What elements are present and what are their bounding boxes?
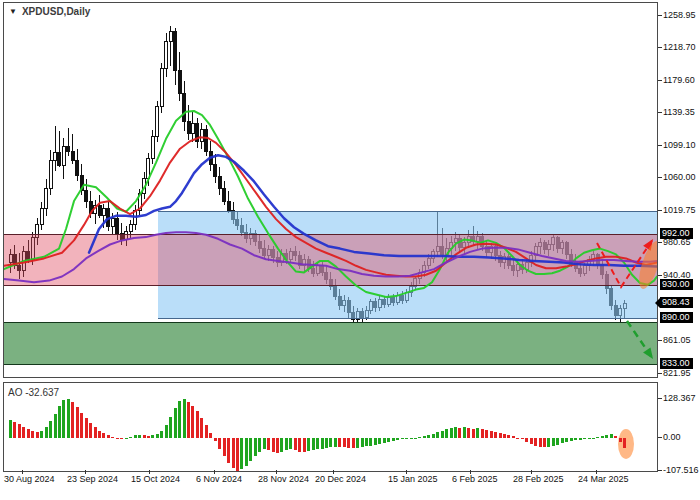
price-tick-mark	[658, 373, 662, 374]
ao-bar-down	[27, 429, 30, 438]
bear-candle	[214, 164, 217, 176]
ao-bar-up	[58, 406, 61, 438]
ao-bar-up	[423, 436, 426, 438]
ao-bar-up	[441, 431, 444, 439]
price-tick-mark	[658, 80, 662, 81]
level-price-label: 833.00	[660, 358, 693, 369]
ao-bar-down	[76, 407, 79, 438]
ao-bar-up	[583, 438, 586, 439]
ao-bar-down	[209, 433, 212, 438]
bear-candle	[218, 177, 221, 189]
ao-bar-up	[67, 399, 70, 438]
level-price-label: 930.00	[660, 279, 693, 290]
level-price-label: 992.00	[660, 228, 693, 239]
ao-histogram-canvas[interactable]	[4, 383, 657, 471]
date-tick-mark	[22, 470, 23, 474]
ao-indicator-pane[interactable]	[3, 382, 658, 472]
bear-candle	[187, 122, 190, 134]
ao-bar-down	[227, 438, 230, 463]
bull-candle	[151, 136, 154, 158]
ao-bar-down	[147, 436, 150, 438]
ao-bar-down	[80, 413, 83, 439]
bull-candle	[160, 68, 163, 107]
ao-bar-down	[494, 432, 497, 438]
ao-bar-up	[156, 434, 159, 438]
ao-bar-down	[298, 438, 301, 452]
ao-tick-label: -107.516	[663, 465, 700, 476]
ao-bar-down	[503, 434, 506, 438]
date-tick-mark	[596, 470, 597, 474]
ao-bar-down	[187, 402, 190, 439]
ao-bar-up	[174, 408, 177, 439]
ao-tick-label: 128.367	[663, 393, 700, 404]
ao-bar-down	[205, 425, 208, 438]
price-chart-canvas[interactable]	[4, 3, 657, 377]
ao-bar-up	[151, 435, 154, 438]
ao-bar-up	[427, 435, 430, 438]
bull-candle	[45, 189, 48, 209]
price-tick-label: 1179.60	[663, 75, 700, 86]
date-tick-mark	[85, 470, 86, 474]
ao-bar-up	[169, 417, 172, 438]
ao-bar-down	[507, 435, 510, 438]
green-zone	[4, 322, 657, 365]
ao-bar-down	[472, 429, 475, 438]
ao-bar-down	[490, 431, 493, 438]
ao-bar-up	[579, 438, 582, 440]
ao-bar-up	[245, 438, 248, 465]
ao-bar-down	[191, 406, 194, 438]
ao-bar-down	[18, 424, 21, 438]
ao-bar-up	[254, 438, 257, 456]
date-tick-mark	[531, 470, 532, 474]
ao-bar-up	[454, 427, 457, 438]
ao-bar-up	[49, 421, 52, 438]
bear-candle	[67, 146, 70, 151]
ao-bar-up	[405, 438, 408, 439]
ao-bar-up	[280, 438, 283, 452]
ao-bar-down	[521, 438, 524, 439]
ao-bar-down	[347, 438, 350, 447]
main-chart-pane[interactable]	[3, 2, 658, 378]
ao-bar-up	[605, 435, 608, 439]
date-tick-label: 15 Oct 2024	[131, 474, 180, 484]
date-tick-label: 15 Jan 2025	[388, 474, 438, 484]
ao-bar-down	[481, 429, 484, 438]
ao-bar-up	[289, 438, 292, 449]
bull-candle	[102, 208, 105, 215]
ao-bar-up	[476, 428, 479, 438]
ao-bar-up	[321, 438, 324, 448]
ao-bar-up	[396, 438, 399, 440]
date-tick-label: 6 Nov 2024	[196, 474, 242, 484]
bull-candle	[200, 130, 203, 141]
bear-candle	[76, 161, 79, 176]
date-tick-mark	[149, 470, 150, 474]
ao-bar-down	[143, 435, 146, 438]
bear-candle	[174, 32, 177, 71]
date-tick-label: 23 Sep 2024	[67, 474, 118, 484]
price-tick-mark	[658, 242, 662, 243]
date-tick-label: 6 Feb 2025	[452, 474, 498, 484]
date-tick-label: 28 Nov 2024	[258, 474, 309, 484]
ao-bar-up	[463, 427, 466, 438]
ao-bar-up	[601, 436, 604, 438]
ao-bar-down	[516, 438, 519, 439]
ao-bar-down	[214, 438, 217, 440]
ao-bar-down	[352, 438, 355, 448]
date-tick-mark	[333, 470, 334, 474]
symbol-label[interactable]: ▼ XPDUSD,Daily	[9, 6, 90, 17]
ao-bar-up	[45, 427, 48, 438]
ao-bar-up	[610, 434, 613, 438]
ao-bar-up	[240, 438, 243, 469]
chart-menu-caret-icon[interactable]: ▼	[9, 8, 17, 16]
ao-bar-up	[129, 437, 132, 439]
bear-candle	[178, 71, 181, 94]
price-tick-mark	[658, 15, 662, 16]
price-tick-mark	[658, 340, 662, 341]
ao-bar-up	[387, 438, 390, 442]
ao-bar-up	[62, 400, 65, 438]
ao-bar-up	[263, 438, 266, 449]
ao-bar-up	[325, 438, 328, 447]
bear-candle	[98, 205, 101, 215]
ao-bar-down	[102, 433, 105, 438]
ao-bar-up	[183, 399, 186, 438]
